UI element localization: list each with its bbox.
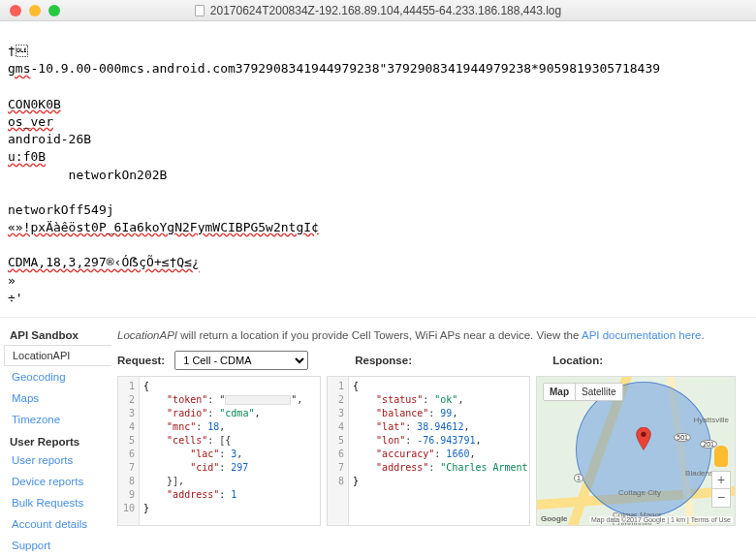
svg-point-0 [641, 432, 646, 437]
filename-label: 20170624T200834Z-192.168.89.104,44455-64… [210, 4, 561, 17]
map-credits: Map data ©2017 Google | 1 km | Terms of … [589, 516, 733, 523]
log-line: ÷' [8, 291, 23, 305]
request-code: { "token": "", "radio": "cdma", "mnc": 1… [140, 377, 320, 525]
map-wrap: Map Satellite Hyattsville Bladensburg Co… [536, 376, 736, 526]
intro-tail: . [701, 329, 704, 341]
request-type-select[interactable]: 1 Cell - CDMA [174, 351, 308, 370]
response-code: { "status": "ok", "balance": 99, "lat": … [349, 377, 529, 525]
zoom-out-button[interactable]: − [712, 489, 730, 507]
place-label: Cottage City [618, 488, 661, 497]
log-line: os_ver [8, 114, 53, 129]
sidebar-heading-user: User Reports [4, 430, 111, 449]
sidebar-tab-locationapi[interactable]: LocationAPI [4, 345, 111, 366]
intro-body: will return a location if you provide Ce… [177, 329, 582, 341]
close-icon[interactable] [10, 5, 21, 16]
sidebar-link-bulk-requests[interactable]: Bulk Requests [4, 492, 111, 513]
map-type-satellite[interactable]: Satellite [576, 384, 622, 400]
titlebar: 20170624T200834Z-192.168.89.104,44455-64… [0, 0, 756, 21]
log-line: networkOff549j [8, 202, 114, 217]
sidebar-link-device-reports[interactable]: Device reports [4, 471, 111, 492]
traffic-lights [0, 5, 60, 16]
panels-row: 1 2 3 4 5 6 7 8 9 10 { "token": "", "rad… [117, 376, 748, 526]
log-line: gms [8, 61, 30, 76]
pegman-icon[interactable] [714, 446, 728, 467]
log-line: u:f0B [8, 149, 46, 164]
sidebar-link-geocoding[interactable]: Geocoding [4, 366, 111, 387]
response-code-panel[interactable]: 1 2 3 4 5 6 7 8 { "status": "ok", "balan… [327, 376, 530, 526]
api-sandbox: API Sandbox LocationAPI Geocoding Maps T… [0, 317, 756, 557]
zoom-in-button[interactable]: + [712, 472, 730, 489]
sidebar-link-maps[interactable]: Maps [4, 387, 111, 409]
route-shield: 1 [574, 474, 583, 482]
zoom-icon[interactable] [48, 5, 60, 16]
log-line: networkOn202B [8, 168, 167, 182]
sidebar-heading-api: API Sandbox [4, 325, 111, 345]
zoom-controls: + − [711, 471, 731, 508]
redacted-token [225, 395, 291, 405]
map-type-map[interactable]: Map [544, 384, 576, 400]
main-panel: LocationAPI will return a location if yo… [111, 325, 748, 557]
api-documentation-link[interactable]: API documentation here [582, 329, 701, 341]
response-label: Response: [353, 355, 412, 366]
place-label: Hyattsville [694, 416, 729, 424]
intro-text: LocationAPI will return a location if yo… [117, 325, 748, 351]
log-line: CDMA,18,3,297®‹ÓẞçÕ+≤†Q≤¿ [8, 255, 200, 269]
location-label: Location: [551, 355, 603, 366]
log-line: † [8, 44, 28, 58]
window-title: 20170624T200834Z-192.168.89.104,44455-64… [0, 4, 756, 17]
map-logo: Google [541, 514, 568, 523]
intro-em: LocationAPI [117, 329, 177, 341]
minimize-icon[interactable] [29, 5, 41, 16]
gutter: 1 2 3 4 5 6 7 8 9 10 [118, 377, 140, 525]
sidebar-link-timezone[interactable]: Timezone [4, 409, 111, 430]
sidebar-link-user-reports[interactable]: User reports [4, 449, 111, 471]
map-canvas[interactable]: Map Satellite Hyattsville Bladensburg Co… [536, 376, 736, 526]
log-line: CON0K0B [8, 97, 61, 111]
file-icon [195, 5, 205, 16]
log-line: «»!pxÄàêöst0P_6Ia6koYgN2FymWCIBPG5w2ntgI… [8, 220, 319, 234]
request-label: Request: [117, 355, 165, 366]
map-type-controls[interactable]: Map Satellite [543, 383, 623, 401]
log-line: -10.9.00-000mcs.android.com3792908341944… [30, 61, 660, 76]
gutter: 1 2 3 4 5 6 7 8 [328, 377, 349, 525]
request-code-panel[interactable]: 1 2 3 4 5 6 7 8 9 10 { "token": "", "rad… [117, 376, 321, 526]
request-row: Request: 1 Cell - CDMA Response: Locatio… [117, 351, 748, 376]
log-line: android-26B [8, 132, 91, 146]
log-viewer: † gms-10.9.00-000mcs.android.com3792908… [0, 21, 756, 317]
sidebar: API Sandbox LocationAPI Geocoding Maps T… [0, 325, 111, 557]
route-shield: 501 [674, 433, 691, 442]
sidebar-link-account-details[interactable]: Account details [4, 513, 111, 535]
log-line: » [8, 273, 16, 288]
map-marker-icon [636, 427, 651, 450]
sidebar-link-support[interactable]: Support [4, 535, 111, 556]
